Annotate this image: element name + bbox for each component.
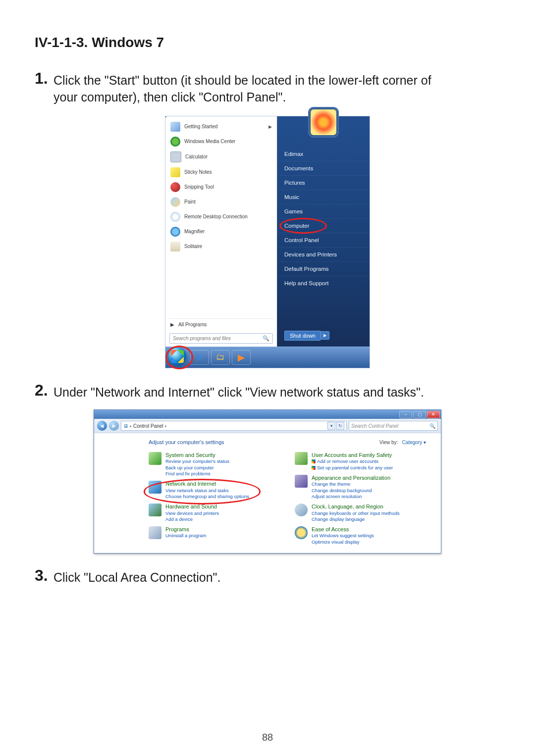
category-sublink[interactable]: Uninstall a program [165, 533, 206, 539]
category-programs[interactable]: Programs Uninstall a program [149, 526, 280, 539]
breadcrumb-item[interactable]: Control Panel [133, 423, 163, 429]
taskbar-explorer-icon[interactable]: 🗂 [211, 350, 230, 365]
category-heading[interactable]: System and Security [165, 452, 215, 458]
address-dropdown-icon[interactable]: ▾ [327, 422, 335, 430]
program-icon [170, 151, 181, 162]
start-menu-program[interactable]: Solitaire [168, 239, 274, 254]
section-heading: IV-1-1-3. Windows 7 [35, 35, 500, 50]
breadcrumb-separator-icon: ▸ [165, 424, 167, 428]
start-menu-user-name[interactable]: Edimax [277, 147, 370, 161]
window-maximize-button[interactable]: ▢ [413, 411, 426, 418]
shutdown-label: Shut down [284, 331, 321, 341]
category-sublink[interactable]: Review your computer's status [165, 458, 229, 464]
category-sublink[interactable]: Add or remove user accounts [312, 458, 393, 464]
step-text: Under "Network and Internet" click "View… [54, 382, 424, 401]
category-sublink[interactable]: Back up your computer [165, 465, 229, 471]
control-panel-right-column: User Accounts and Family Safety Add or r… [295, 452, 426, 545]
view-by-label: View by: [379, 440, 398, 445]
program-label: Calculator [185, 154, 208, 159]
refresh-icon[interactable]: ↻ [336, 422, 344, 430]
step-text-cont: your computer), then click "Control Pane… [54, 89, 500, 106]
category-sublink[interactable]: Change keyboards or other input methods [312, 510, 399, 516]
category-sublink[interactable]: Change display language [312, 516, 399, 522]
category-sublink[interactable]: Change desktop background [312, 488, 390, 494]
category-sublink[interactable]: Adjust screen resolution [312, 494, 390, 500]
control-panel-left-column: System and Security Review your computer… [149, 452, 280, 545]
category-sublink[interactable]: Find and fix problems [165, 471, 229, 477]
right-item-label: Computer [284, 223, 310, 229]
window-minimize-button[interactable]: – [399, 411, 412, 418]
start-menu-program[interactable]: Calculator [168, 149, 274, 165]
category-sublink[interactable]: Set up parental controls for any user [312, 465, 393, 471]
start-menu-search-input[interactable]: Search programs and files 🔍 [169, 333, 273, 344]
step-number: 1. [35, 70, 49, 86]
search-icon: 🔍 [429, 423, 435, 429]
program-label: Paint [184, 199, 196, 204]
window-close-button[interactable]: ✕ [427, 411, 440, 418]
category-sublink[interactable]: Add a device [165, 516, 219, 522]
category-sublink[interactable]: Choose homegroup and sharing options [165, 494, 249, 500]
category-appearance[interactable]: Appearance and Personalization Change th… [295, 475, 426, 500]
category-heading[interactable]: User Accounts and Family Safety [312, 452, 392, 458]
start-menu-right-item[interactable]: Games [277, 204, 370, 218]
start-menu-right-item[interactable]: Music [277, 190, 370, 204]
shutdown-button[interactable]: Shut down ▶ [284, 331, 329, 341]
nav-back-button[interactable]: ◄ [97, 421, 107, 431]
category-sublink[interactable]: Optimize visual display [312, 539, 374, 545]
control-panel-search-input[interactable]: Search Control Panel 🔍 [349, 421, 438, 431]
category-heading[interactable]: Appearance and Personalization [312, 475, 390, 481]
category-system-security[interactable]: System and Security Review your computer… [149, 452, 280, 477]
category-heading[interactable]: Programs [165, 526, 189, 532]
computer-icon: 🖥 [123, 423, 128, 429]
program-icon [170, 227, 180, 237]
category-clock-language[interactable]: Clock, Language, and Region Change keybo… [295, 504, 426, 522]
start-menu-program[interactable]: Paint [168, 195, 274, 209]
category-heading[interactable]: Hardware and Sound [165, 504, 217, 509]
category-sublink[interactable]: View network status and tasks [165, 488, 249, 494]
program-icon [170, 242, 180, 252]
category-heading[interactable]: Clock, Language, and Region [312, 504, 383, 509]
start-menu-program[interactable]: Sticky Notes [168, 165, 274, 180]
adjust-settings-heading: Adjust your computer's settings [149, 439, 224, 445]
shutdown-options-arrow-icon[interactable]: ▶ [321, 331, 329, 340]
category-heading[interactable]: Network and Internet [165, 481, 216, 487]
page-number: 88 [0, 732, 535, 743]
start-menu-right-item[interactable]: Pictures [277, 175, 370, 190]
start-menu-right-item[interactable]: Documents [277, 161, 370, 175]
start-menu-right-item[interactable]: Help and Support [277, 276, 370, 290]
program-icon [170, 167, 180, 177]
all-programs[interactable]: ▶ All Programs [168, 318, 274, 333]
view-by-dropdown[interactable]: Category ▾ [402, 440, 426, 445]
program-label: Windows Media Center [184, 139, 235, 144]
taskbar-ie-icon[interactable]: e [190, 350, 209, 365]
start-button[interactable] [168, 348, 186, 365]
start-menu-program[interactable]: Getting Started ▶ [168, 119, 274, 134]
breadcrumb-bar[interactable]: 🖥 ▸ Control Panel ▸ ▾ ↻ [121, 421, 347, 431]
category-sublink[interactable]: Let Windows suggest settings [312, 533, 374, 539]
category-hardware-sound[interactable]: Hardware and Sound View devices and prin… [149, 504, 280, 522]
search-placeholder: Search programs and files [173, 336, 231, 341]
step-number: 2. [35, 382, 49, 398]
start-menu-program[interactable]: Magnifier [168, 224, 274, 239]
start-menu-right-item[interactable]: Devices and Printers [277, 247, 370, 261]
category-icon [295, 475, 308, 488]
category-ease-of-access[interactable]: Ease of Access Let Windows suggest setti… [295, 526, 426, 545]
start-menu-program[interactable]: Snipping Tool [168, 180, 274, 195]
user-avatar[interactable] [310, 108, 337, 136]
program-icon [170, 182, 180, 192]
nav-forward-button[interactable]: ► [109, 421, 119, 431]
start-menu-program[interactable]: Remote Desktop Connection [168, 209, 274, 224]
category-heading[interactable]: Ease of Access [312, 526, 349, 532]
search-placeholder: Search Control Panel [351, 423, 398, 429]
taskbar-wmp-icon[interactable]: ▶ [232, 350, 251, 365]
category-sublink[interactable]: Change the theme [312, 481, 390, 487]
screenshot-start-menu: Getting Started ▶ Windows Media Center C… [165, 116, 370, 368]
category-network-internet[interactable]: Network and Internet View network status… [149, 481, 280, 500]
start-menu-right-item[interactable]: Control Panel [277, 233, 370, 247]
category-sublink[interactable]: View devices and printers [165, 510, 219, 516]
start-menu-right-item[interactable]: Default Programs [277, 261, 370, 276]
start-menu-right-item-computer[interactable]: Computer [277, 218, 370, 233]
start-menu-program[interactable]: Windows Media Center [168, 134, 274, 149]
program-icon [170, 212, 180, 222]
category-user-accounts[interactable]: User Accounts and Family Safety Add or r… [295, 452, 426, 471]
